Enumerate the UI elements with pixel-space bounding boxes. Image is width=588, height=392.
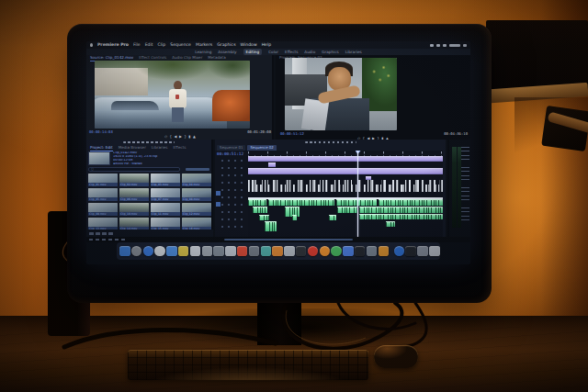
- clip-thumbnail[interactable]: Clip_11.mov: [151, 203, 180, 216]
- clip-thumbnail[interactable]: Clip_09.mov: [88, 203, 118, 216]
- dock-notes-icon[interactable]: [178, 246, 189, 257]
- clip-thumbnail[interactable]: Clip_12.mov: [182, 203, 211, 216]
- menubar-status-icons[interactable]: [430, 44, 467, 47]
- workspace-editing[interactable]: Editing: [243, 49, 263, 55]
- dock-orange-app-icon[interactable]: [272, 246, 283, 257]
- dock-blue-n-app-icon[interactable]: [343, 246, 354, 257]
- menu-sequence[interactable]: Sequence: [170, 41, 191, 49]
- macos-dock: [117, 242, 440, 260]
- dock-trash-icon[interactable]: [429, 246, 440, 257]
- dock-gray-app-icon[interactable]: [249, 246, 260, 257]
- timeline-audio-clip[interactable]: [386, 221, 395, 227]
- source-patch-v1-button[interactable]: [216, 191, 220, 196]
- clip-thumbnail[interactable]: Clip_13.mov: [88, 218, 118, 230]
- dock-app-store-icon[interactable]: [225, 246, 236, 257]
- dock-numbers-icon[interactable]: [202, 246, 213, 257]
- new-search-bin-button[interactable]: [186, 168, 209, 171]
- menu-help[interactable]: Help: [262, 41, 271, 49]
- audio-waveform-clip-selected[interactable]: [248, 180, 443, 192]
- clip-thumbnail[interactable]: Clip_14.mov: [119, 218, 149, 230]
- dock-photos-icon[interactable]: [154, 246, 165, 257]
- search-input[interactable]: ○: [88, 167, 180, 172]
- timeline-video-clip-v3[interactable]: [248, 156, 443, 162]
- dock-green-circle-app-icon[interactable]: [331, 246, 342, 257]
- clip-thumbnail[interactable]: Clip_03.mov: [151, 174, 180, 186]
- clip-thumbnail[interactable]: Clip_04.mov: [182, 174, 211, 186]
- dock-play-app-icon[interactable]: [405, 246, 416, 257]
- dock-pages-icon[interactable]: [190, 246, 201, 257]
- menu-window[interactable]: Window: [241, 41, 257, 49]
- project-panel: Project: Edit Media Browser Libraries Ef…: [86, 140, 213, 237]
- dock-window-app-icon[interactable]: [367, 246, 378, 257]
- timeline-audio-clip[interactable]: [359, 207, 443, 213]
- menu-edit[interactable]: Edit: [145, 41, 153, 49]
- clip-thumbnail[interactable]: Clip_15.mov: [151, 218, 180, 230]
- workspace-audio[interactable]: Audio: [304, 49, 315, 55]
- dock-triangle-app-icon[interactable]: [284, 246, 295, 257]
- clip-thumbnail[interactable]: Clip_06.mov: [119, 188, 149, 201]
- clip-thumbnail[interactable]: Clip_08.mov: [182, 188, 211, 201]
- clip-thumbnail[interactable]: Clip_10.mov: [119, 203, 149, 216]
- timeline-audio-clip[interactable]: [253, 207, 267, 213]
- dock-safari-icon[interactable]: [143, 246, 154, 257]
- search-icon: ○: [91, 167, 94, 172]
- dock-red-app-icon[interactable]: [237, 246, 248, 257]
- menu-markers[interactable]: Markers: [196, 41, 212, 49]
- source-patch-a1-button[interactable]: [216, 202, 220, 207]
- timeline-audio-clip[interactable]: [336, 199, 377, 206]
- clip-thumbnail[interactable]: Clip_07.mov: [151, 188, 180, 201]
- timeline-audio-clip[interactable]: [359, 214, 443, 219]
- apple-logo-icon[interactable]: [90, 43, 93, 47]
- timeline-audio-clip[interactable]: [292, 215, 297, 220]
- timeline-audio-clip[interactable]: [379, 199, 443, 206]
- tab-libraries[interactable]: Libraries: [152, 145, 168, 151]
- playhead[interactable]: [357, 151, 358, 237]
- project-bottom-toolbar[interactable]: [86, 230, 213, 237]
- timeline-audio-clip[interactable]: [259, 215, 269, 220]
- tab-media-browser[interactable]: Media Browser: [119, 145, 146, 151]
- view-toggle-icons[interactable]: [89, 239, 126, 241]
- track-control-buttons[interactable]: [220, 159, 244, 230]
- timeline-audio-clip[interactable]: [329, 215, 336, 220]
- keyboard: [128, 350, 368, 380]
- dock-files-stack-icon[interactable]: [417, 246, 428, 257]
- timeline-audio-clip[interactable]: [248, 199, 266, 206]
- workspace-color[interactable]: Color: [268, 49, 278, 55]
- monitor-screen: Premiere Pro File Edit Clip Sequence Mar…: [86, 41, 470, 264]
- timeline-video-clip-small[interactable]: [268, 162, 276, 167]
- workspace-assembly[interactable]: Assembly: [218, 49, 236, 55]
- clip-thumbnail[interactable]: Clip_05.mov: [88, 188, 118, 201]
- preview-thumbnail[interactable]: [88, 151, 110, 165]
- dock-keynote-icon[interactable]: [213, 246, 224, 257]
- workspace-effects[interactable]: Effects: [285, 49, 298, 55]
- dock-teal-app-icon[interactable]: [261, 246, 272, 257]
- workspace-graphics[interactable]: Graphics: [322, 49, 339, 55]
- dock-mail-icon[interactable]: [166, 246, 177, 257]
- tab-effects[interactable]: Effects: [174, 145, 187, 151]
- menu-app[interactable]: Premiere Pro: [97, 41, 129, 49]
- clip-thumbnail[interactable]: Clip_02.mov: [119, 174, 149, 186]
- dock-bracket-app-icon[interactable]: [355, 246, 366, 257]
- dock-orange-circle-app-icon[interactable]: [320, 246, 331, 257]
- dock-orange-folder-icon[interactable]: [379, 246, 390, 257]
- clip-thumbnail[interactable]: Clip_01.mov: [88, 174, 118, 186]
- tab-project[interactable]: Project: Edit: [90, 145, 113, 151]
- workspace-libraries[interactable]: Libraries: [345, 49, 362, 55]
- timeline-audio-clip[interactable]: [265, 221, 277, 231]
- dock-launchpad-icon[interactable]: [131, 246, 142, 257]
- workspace-learning[interactable]: Learning: [195, 49, 211, 55]
- menu-file[interactable]: File: [133, 41, 141, 49]
- dock-text-tool-app-icon[interactable]: [296, 246, 307, 257]
- menu-clip[interactable]: Clip: [158, 41, 166, 49]
- menu-graphics[interactable]: Graphics: [217, 41, 235, 49]
- dock-finder-icon[interactable]: [119, 246, 130, 257]
- timeline-audio-clip[interactable]: [268, 199, 334, 206]
- source-video-frame[interactable]: [95, 61, 250, 129]
- clip-thumbnail[interactable]: Clip_16.mov: [182, 218, 211, 230]
- horizontal-scrollbar[interactable]: [224, 239, 353, 241]
- dock-blue-sphere-app-icon[interactable]: [394, 246, 405, 257]
- timeline-audio-clip[interactable]: [337, 207, 357, 213]
- program-video-frame[interactable]: [285, 58, 397, 130]
- timeline-video-clip-v2[interactable]: [248, 168, 443, 174]
- dock-red-circle-app-icon[interactable]: [308, 246, 319, 257]
